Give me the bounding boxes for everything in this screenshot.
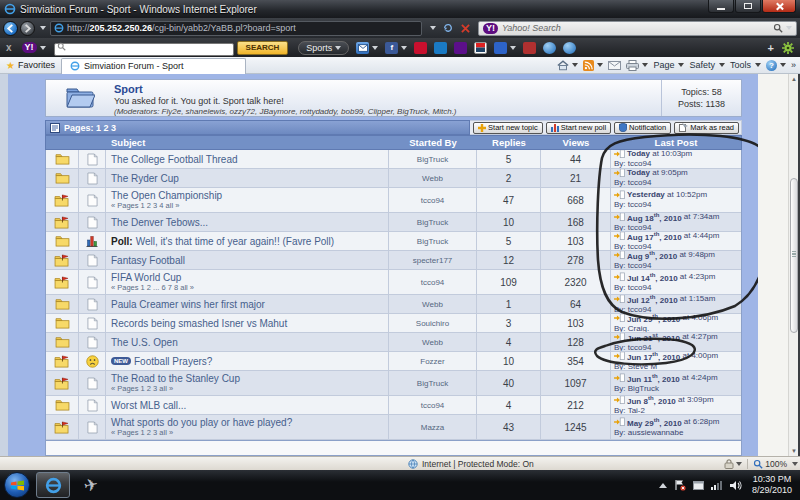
safety-menu[interactable]: Safety	[689, 60, 725, 70]
topic-subject-link[interactable]: The Road to the Stanley Cup	[111, 373, 240, 384]
tab-simviation-forum[interactable]: Simviation Forum - Sport	[61, 58, 246, 74]
topic-subject-link[interactable]: The College Football Thread	[111, 154, 238, 165]
topic-subject-link[interactable]: The Ryder Cup	[111, 173, 179, 184]
show-hidden-icons[interactable]	[659, 483, 667, 488]
taskbar-clock[interactable]: 10:30 PM 8/29/2010	[752, 474, 792, 497]
topic-starter[interactable]: BigTruck	[389, 232, 477, 250]
topic-starter[interactable]: specter177	[389, 251, 477, 269]
search-icon[interactable]	[773, 23, 783, 33]
address-dropdown-button[interactable]	[423, 21, 439, 36]
print-button[interactable]	[626, 60, 648, 71]
mark-as-read-button[interactable]: Mark as read	[674, 122, 739, 134]
last-post-by[interactable]: By: BigTruck	[614, 384, 659, 394]
network-status[interactable]	[711, 480, 723, 490]
last-post-by[interactable]: By: tcco94	[614, 283, 651, 293]
last-post-date[interactable]: Aug 17th, 2010	[627, 232, 682, 242]
yahoo-toolbar-logo[interactable]: Y!	[22, 42, 46, 53]
topic-starter[interactable]: Mazza	[389, 415, 477, 439]
last-post-by[interactable]: By: tcco94	[614, 305, 651, 313]
last-post-icon[interactable]	[614, 396, 625, 405]
last-post-by[interactable]: By: tcco94	[614, 261, 651, 269]
scrollbar-thumb[interactable]	[790, 178, 798, 333]
globe-icon[interactable]	[543, 42, 556, 54]
last-post-icon[interactable]	[614, 169, 625, 178]
favorites-button[interactable]: ★ Favorites	[0, 60, 61, 71]
topic-subject-link[interactable]: The Open Championship	[111, 190, 222, 201]
last-post-by[interactable]: By: Craig.	[614, 324, 649, 332]
last-post-date[interactable]: Yesterday	[627, 190, 665, 200]
pages-links[interactable]: Pages: 1 2 3	[64, 123, 116, 133]
last-post-by[interactable]: By: Tai-2	[614, 406, 645, 414]
chevron-down-icon[interactable]	[736, 462, 742, 466]
mlb-icon[interactable]	[474, 42, 487, 54]
column-last-post[interactable]: Last Post	[611, 137, 741, 148]
last-post-date[interactable]: Aug 9th, 2010	[627, 251, 677, 261]
last-post-icon[interactable]	[614, 333, 625, 342]
topic-subject-link[interactable]: The Denver Tebows...	[111, 217, 208, 228]
topic-starter[interactable]: tcco94	[389, 188, 477, 212]
app-icon[interactable]	[434, 42, 447, 54]
topic-subject-link[interactable]: The U.S. Open	[111, 337, 178, 348]
last-post-date[interactable]: Jul 14th, 2010	[627, 272, 678, 283]
taskbar-ie-button[interactable]	[36, 472, 70, 498]
feeds-button[interactable]	[583, 60, 603, 71]
last-post-icon[interactable]	[614, 295, 625, 304]
toolbar-search-input[interactable]	[54, 43, 234, 56]
topic-starter[interactable]: Webb	[389, 169, 477, 187]
last-post-by[interactable]: By: aussiewannabe	[614, 428, 683, 438]
last-post-date[interactable]: Jun 8th, 2010	[627, 396, 676, 406]
topic-starter[interactable]: Fozzer	[389, 352, 477, 370]
history-dropdown-icon[interactable]	[40, 26, 46, 30]
last-post-date[interactable]: Jun 21st, 2010	[627, 333, 680, 343]
last-post-by[interactable]: By: tcco94	[614, 223, 651, 231]
last-post-date[interactable]: Jul 12th, 2010	[627, 295, 678, 305]
toolbar-search[interactable]	[54, 39, 234, 57]
last-post-by[interactable]: By: tcco94	[614, 343, 651, 351]
topic-subject-link[interactable]: Football Prayers?	[134, 356, 212, 367]
add-app-icon[interactable]: +	[768, 42, 774, 54]
last-post-icon[interactable]	[614, 251, 625, 260]
globe-icon[interactable]	[563, 42, 576, 54]
topic-starter[interactable]: tcco94	[389, 396, 477, 414]
topic-subject-link[interactable]: FIFA World Cup	[111, 272, 181, 283]
last-post-icon[interactable]	[614, 352, 625, 361]
espn-icon[interactable]	[414, 42, 427, 54]
video-icon[interactable]	[523, 42, 536, 54]
omg-icon[interactable]	[454, 42, 467, 54]
last-post-by[interactable]: By: tcco94	[614, 242, 651, 250]
last-post-by[interactable]: By: tcco94	[614, 159, 651, 168]
forward-button[interactable]	[20, 21, 35, 36]
column-subject[interactable]: Subject	[106, 137, 389, 148]
hand-icon[interactable]	[494, 42, 507, 54]
refresh-button[interactable]	[440, 21, 456, 36]
toolbar-close-icon[interactable]: x	[6, 42, 12, 53]
topic-subject-link[interactable]: Well, it's that time of year again!! (Fa…	[136, 236, 334, 247]
notification-button[interactable]: Notification	[614, 122, 671, 134]
last-post-date[interactable]: Today	[627, 150, 650, 159]
volume-control[interactable]	[730, 480, 742, 491]
pages-note[interactable]: « Pages 1 2 3 4 all »	[111, 201, 179, 210]
start-button[interactable]	[4, 472, 30, 498]
start-new-topic-button[interactable]: Start new topic	[473, 122, 543, 134]
last-post-date[interactable]: Jun 17th, 2010	[627, 352, 680, 362]
pages-note[interactable]: « Pages 1 2 3 all »	[111, 384, 173, 393]
last-post-icon[interactable]	[614, 190, 625, 200]
last-post-icon[interactable]	[614, 150, 625, 159]
sports-menu-button[interactable]: Sports	[298, 41, 349, 55]
topic-subject-link[interactable]: Paula Creamer wins her first major	[111, 299, 265, 310]
topic-subject-link[interactable]: Fantasy Football	[111, 255, 185, 266]
taskbar-flightsim-button[interactable]: ✈	[74, 472, 108, 498]
column-views[interactable]: Views	[541, 137, 611, 148]
start-new-poll-button[interactable]: Start new poll	[546, 122, 611, 134]
topic-subject-link[interactable]: Worst MLB call...	[111, 400, 186, 411]
tools-menu[interactable]: Tools	[730, 60, 761, 70]
close-button[interactable]	[762, 0, 796, 13]
tray-app-icon[interactable]	[693, 480, 704, 491]
facebook-icon[interactable]: f	[385, 42, 398, 54]
last-post-date[interactable]: Aug 18th, 2010	[627, 213, 682, 223]
stop-button[interactable]	[457, 21, 473, 36]
pages-note[interactable]: « Pages 1 2 3 all »	[111, 428, 173, 437]
home-button[interactable]	[557, 60, 578, 71]
gear-icon[interactable]	[782, 42, 794, 54]
mail-icon[interactable]	[356, 42, 369, 54]
